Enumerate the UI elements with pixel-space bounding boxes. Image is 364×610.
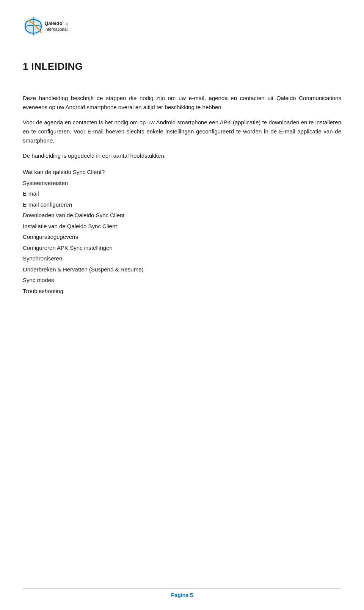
- page-number: Pagina 5: [171, 592, 193, 598]
- list-item: Sync modes: [23, 276, 341, 285]
- list-item: Installatie van de Qaleido Sync Client: [23, 222, 341, 231]
- paragraph-1: Deze handleiding beschrijft de stappen d…: [23, 94, 341, 112]
- list-item: Downloaden van de Qaleido Sync Client: [23, 211, 341, 220]
- page-container: Qaleido International ® 1 INLEIDING Deze…: [0, 0, 364, 610]
- section-number: 1: [23, 61, 28, 72]
- list-item: Systeemvereisten: [23, 179, 341, 188]
- list-item: E-mail: [23, 190, 341, 198]
- section-title: INLEIDING: [31, 61, 83, 72]
- list-item: Configuratiegegevens: [23, 233, 341, 241]
- toc-intro: De handleiding is opgedeeld in een aanta…: [23, 151, 341, 160]
- list-item: Synchroniseren: [23, 254, 341, 263]
- footer-divider: [23, 588, 341, 589]
- list-item: Configureren APK Sync instellingen: [23, 244, 341, 252]
- section-heading: 1 INLEIDING: [23, 57, 341, 83]
- list-item: Wat kan de qaleido Sync Client?: [23, 168, 341, 177]
- list-item: Onderbreken & Hervatten (Suspend & Resum…: [23, 265, 341, 274]
- svg-text:®: ®: [66, 22, 68, 26]
- list-item: Troubleshooting: [23, 287, 341, 296]
- page-footer: Pagina 5: [0, 585, 364, 599]
- paragraph-2: Voor de agenda en contacten is het nodig…: [23, 118, 341, 145]
- logo-area: Qaleido International ®: [23, 15, 341, 38]
- list-item: E-mail configureren: [23, 201, 341, 209]
- toc-list: Wat kan de qaleido Sync Client? Systeemv…: [23, 168, 341, 295]
- company-logo: Qaleido International ®: [23, 15, 68, 38]
- svg-text:Qaleido: Qaleido: [44, 20, 62, 26]
- svg-text:International: International: [44, 27, 67, 31]
